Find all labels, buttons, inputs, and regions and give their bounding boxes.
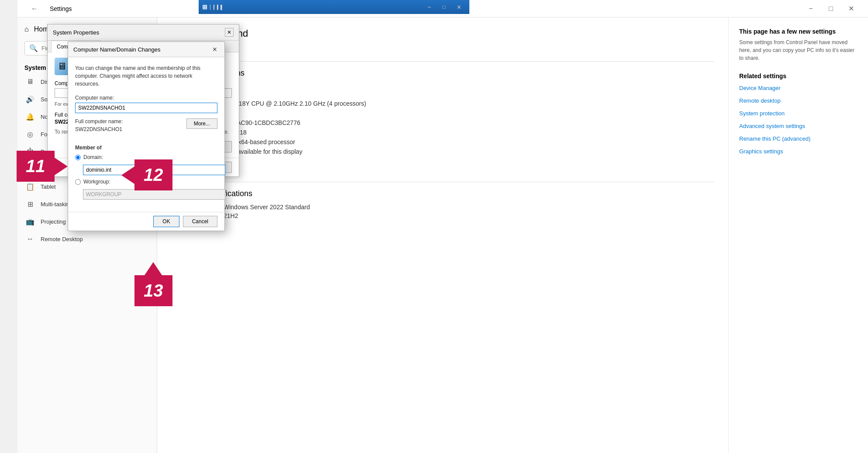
annotation-12-arrow-left bbox=[121, 166, 134, 184]
nd-more-button[interactable]: More... bbox=[186, 118, 217, 129]
taskbar-app-area: ⊞ ▏▎▍▌ bbox=[202, 3, 224, 10]
app-title: Settings bbox=[50, 5, 72, 12]
annotation-12-box: 12 bbox=[134, 159, 172, 190]
annotation-11: 11 bbox=[17, 151, 68, 182]
nd-computer-name-input[interactable] bbox=[75, 103, 217, 113]
maximize-button[interactable]: □ bbox=[821, 2, 841, 16]
remote-icon: ↔ bbox=[26, 235, 34, 243]
projecting-icon: 📺 bbox=[26, 217, 34, 226]
taskbar-app-icon: ⊞ bbox=[202, 3, 207, 10]
close-button[interactable]: ✕ bbox=[841, 2, 861, 16]
sidebar-label-remote: Remote Desktop bbox=[41, 236, 83, 242]
minimize-button[interactable]: − bbox=[801, 2, 821, 16]
edition-value: Windows Server 2022 Standard bbox=[224, 204, 310, 211]
nd-title: Computer Name/Domain Changes bbox=[73, 46, 160, 53]
processor-block: Intel(R) Xeon(R) Gold 5318Y CPU @ 2.10GH… bbox=[171, 100, 714, 107]
product-id-value: 00454-20700-27203-AA218 bbox=[171, 129, 714, 136]
workgroup-radio-label: Workgroup: bbox=[83, 179, 110, 185]
domain-radio-label: Domain: bbox=[83, 154, 103, 160]
pen-block: No pen or touch input is available for t… bbox=[171, 148, 714, 155]
device-name-block: Device name SW22DNSNACHO1 bbox=[171, 83, 714, 97]
workgroup-radio[interactable] bbox=[75, 179, 81, 185]
back-button[interactable]: ← bbox=[24, 2, 45, 16]
device-id-value: 55885A02-ADA5-4C1D-AC90-1CBDC3BC2776 bbox=[171, 119, 714, 126]
workgroup-input[interactable] bbox=[83, 189, 225, 200]
search-icon: 🔍 bbox=[29, 44, 38, 52]
processor-value: Intel(R) Xeon(R) Gold 5318Y CPU @ 2.10GH… bbox=[171, 100, 714, 107]
system-type-block: 64-bit operating system, x64-based proce… bbox=[171, 138, 714, 145]
sidebar-item-remote[interactable]: ↔ Remote Desktop bbox=[17, 230, 157, 248]
main-content: ing monitored and Windows Security Devic… bbox=[157, 17, 728, 453]
link-rename-advanced[interactable]: Rename this PC (advanced) bbox=[739, 135, 858, 142]
name-domain-dialog: Computer Name/Domain Changes ✕ You can c… bbox=[68, 41, 225, 231]
product-id-block: 00454-20700-27203-AA218 bbox=[171, 129, 714, 136]
sidebar-label-tablet: Tablet bbox=[41, 183, 56, 190]
link-device-manager[interactable]: Device Manager bbox=[739, 85, 858, 91]
title-bar-controls: − □ ✕ bbox=[801, 2, 861, 16]
new-settings-text: Some settings from Control Panel have mo… bbox=[739, 38, 858, 62]
nd-comp-name-label: Computer name: bbox=[75, 95, 217, 101]
annotation-12: 12 bbox=[134, 159, 172, 190]
system-properties-close[interactable]: ✕ bbox=[225, 28, 234, 37]
device-id-block: 55885A02-ADA5-4C1D-AC90-1CBDC3BC2776 bbox=[171, 119, 714, 126]
link-remote-desktop[interactable]: Remote desktop bbox=[739, 97, 858, 104]
computer-icon: 🖥 bbox=[55, 58, 69, 75]
system-type-value: 64-bit operating system, x64-based proce… bbox=[171, 138, 714, 145]
annotation-11-arrow bbox=[55, 158, 68, 175]
display-icon: 🖥 bbox=[26, 77, 34, 86]
system-properties-title: System Properties bbox=[53, 29, 99, 36]
version-value: 21H2 bbox=[224, 212, 238, 219]
related-settings-title: Related settings bbox=[739, 73, 858, 80]
nd-cancel-button[interactable]: Cancel bbox=[183, 216, 217, 227]
tablet-icon: 📋 bbox=[26, 182, 34, 191]
windows-specs-heading: Windows specifications bbox=[171, 189, 714, 198]
annotation-11-box: 11 bbox=[17, 151, 55, 182]
title-bar-left: ← Settings bbox=[24, 2, 72, 16]
divider-2 bbox=[171, 182, 714, 182]
rename-pc-area: Rename this PC bbox=[171, 162, 714, 175]
link-system-protection[interactable]: System protection bbox=[739, 110, 858, 117]
page-heading-partial: ing monitored and bbox=[171, 28, 714, 39]
domain-radio[interactable] bbox=[75, 155, 81, 160]
link-advanced-system[interactable]: Advanced system settings bbox=[739, 123, 858, 129]
sound-icon: 🔊 bbox=[26, 95, 34, 104]
ram-block: 16,0 GB bbox=[171, 110, 714, 117]
nd-description: You can change the name and the membersh… bbox=[75, 64, 217, 88]
device-name-value: SW22DNSNACHO1 bbox=[171, 90, 714, 97]
notifications-icon: 🔔 bbox=[26, 112, 34, 121]
taskbar-window-controls: − □ ✕ bbox=[422, 2, 466, 12]
taskbar-signal-icon: ▏▎▍▌ bbox=[210, 5, 224, 10]
ram-value: 16,0 GB bbox=[171, 110, 714, 117]
edition-row: Edition Windows Server 2022 Standard bbox=[171, 204, 714, 211]
nd-ok-button[interactable]: OK bbox=[153, 216, 179, 227]
system-properties-titlebar: System Properties ✕ bbox=[48, 24, 239, 41]
pen-value: No pen or touch input is available for t… bbox=[171, 148, 714, 155]
home-icon: ⌂ bbox=[24, 25, 29, 33]
device-specs-heading: Device specifications bbox=[171, 69, 714, 78]
device-name-label: Device name bbox=[171, 83, 714, 90]
nd-member-label: Member of bbox=[75, 145, 217, 151]
nd-titlebar: Computer Name/Domain Changes ✕ bbox=[68, 42, 224, 57]
nd-footer: OK Cancel bbox=[68, 212, 224, 231]
taskbar-minimize-btn[interactable]: − bbox=[422, 2, 436, 12]
annotation-13-arrow bbox=[145, 262, 162, 275]
taskbar-partial: ⊞ ▏▎▍▌ − □ ✕ bbox=[199, 0, 469, 14]
focus-icon: ◎ bbox=[26, 130, 34, 138]
multitasking-icon: ⊞ bbox=[26, 200, 34, 208]
divider-1 bbox=[171, 61, 714, 62]
link-graphics-settings[interactable]: Graphics settings bbox=[739, 148, 858, 155]
taskbar-maximize-btn[interactable]: □ bbox=[437, 2, 451, 12]
annotation-13-box: 13 bbox=[134, 275, 172, 306]
nd-more-area: More... Full computer name: SW22DNSNACHO… bbox=[75, 118, 217, 139]
nd-close-button[interactable]: ✕ bbox=[210, 45, 219, 54]
right-panel: This page has a few new settings Some se… bbox=[728, 17, 868, 453]
version-row: Version 21H2 bbox=[171, 212, 714, 219]
new-settings-title: This page has a few new settings bbox=[739, 28, 858, 35]
annotation-13: 13 bbox=[134, 262, 172, 306]
taskbar-close-btn[interactable]: ✕ bbox=[452, 2, 466, 12]
